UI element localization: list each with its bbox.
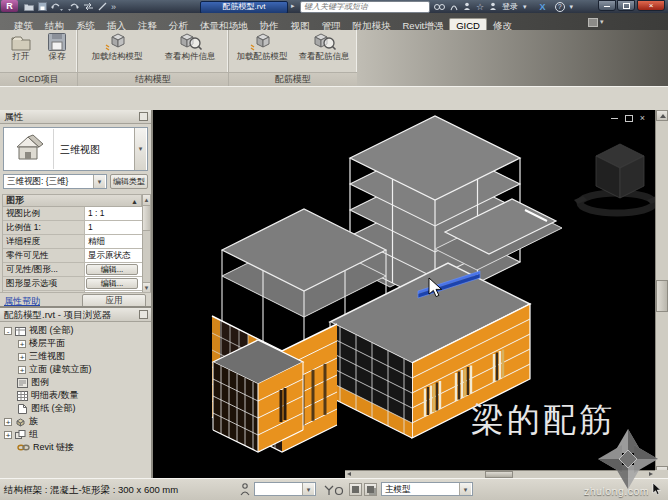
workset-dropdown-icon[interactable]: ▾ bbox=[302, 483, 314, 495]
scroll-left-icon[interactable] bbox=[347, 472, 351, 476]
tree-item-families[interactable]: +族 bbox=[0, 415, 92, 428]
properties-scrollbar[interactable]: ▲ ▼ bbox=[142, 194, 151, 294]
property-row[interactable]: 详细程度精细 bbox=[3, 235, 143, 249]
search-box[interactable] bbox=[300, 1, 430, 13]
design-options-dropdown-icon[interactable]: ▾ bbox=[459, 483, 471, 495]
exchange-apps-icon[interactable]: X bbox=[540, 2, 546, 12]
instance-combo-dropdown-icon[interactable]: ▾ bbox=[93, 175, 105, 188]
exclude-options-button[interactable] bbox=[349, 483, 362, 496]
view-restore-icon[interactable] bbox=[625, 115, 633, 122]
tree-item-views[interactable]: -视图 (全部) bbox=[0, 324, 92, 337]
options-bar bbox=[0, 86, 668, 112]
expand-toggle[interactable]: + bbox=[4, 431, 12, 439]
drawing-area[interactable]: 梁的配筋 × bbox=[153, 110, 655, 478]
property-value[interactable]: 显示原状态 bbox=[84, 249, 143, 262]
expand-toggle[interactable]: + bbox=[4, 418, 12, 426]
worksharing-icon[interactable] bbox=[240, 483, 251, 496]
ribbon-display-toggle[interactable]: ▾ bbox=[588, 17, 610, 27]
tree-item-elevations[interactable]: +立面 (建筑立面) bbox=[0, 363, 92, 376]
tree-item-sheets[interactable]: 图纸 (全部) bbox=[0, 402, 92, 415]
window-restore-button[interactable] bbox=[617, 0, 635, 11]
workset-combo[interactable]: ▾ bbox=[254, 482, 316, 496]
help-dropdown-icon[interactable]: ▾ bbox=[570, 3, 574, 11]
tree-item-legends[interactable]: 图例 bbox=[0, 376, 92, 389]
section-collapse-icon[interactable]: ▲ bbox=[131, 196, 138, 207]
type-dropdown-icon[interactable]: ▾ bbox=[134, 128, 146, 170]
view-close-icon[interactable]: × bbox=[640, 113, 645, 123]
property-row[interactable]: 比例值 1:1 bbox=[3, 221, 143, 235]
project-browser-header[interactable]: 配筋模型.rvt - 项目浏览器 bbox=[0, 308, 151, 322]
edit-visibility-button[interactable]: 编辑... bbox=[86, 264, 138, 275]
tree-item-3d-views[interactable]: +三维视图 bbox=[0, 350, 92, 363]
undo-icon[interactable] bbox=[51, 2, 63, 11]
edit-design-option-button[interactable] bbox=[364, 483, 377, 496]
expand-toggle[interactable]: + bbox=[18, 340, 26, 348]
open-icon[interactable] bbox=[24, 2, 34, 11]
help-icon[interactable]: ? bbox=[555, 2, 565, 12]
panel-label[interactable]: 配筋模型 bbox=[229, 72, 357, 86]
property-row[interactable]: 图形显示选项编辑... bbox=[3, 277, 143, 291]
subscription-icon[interactable] bbox=[450, 2, 458, 11]
vertical-scrollbar[interactable] bbox=[655, 110, 668, 478]
save-icon[interactable] bbox=[38, 2, 47, 11]
property-row[interactable]: 零件可见性显示原状态 bbox=[3, 249, 143, 263]
title-arrow-icon: ▸ bbox=[291, 2, 295, 10]
redo-icon[interactable] bbox=[67, 2, 79, 11]
panel-label[interactable]: GICD项目 bbox=[0, 72, 77, 86]
view-element-info-button[interactable]: 查看构件信息 bbox=[155, 31, 225, 61]
view-rebar-info-button[interactable]: 查看配筋信息 bbox=[293, 31, 355, 61]
tree-item-floor-plans[interactable]: +楼层平面 bbox=[0, 337, 92, 350]
expand-toggle[interactable]: + bbox=[18, 353, 26, 361]
save-button[interactable]: 保存 bbox=[40, 31, 74, 61]
search-input[interactable] bbox=[301, 3, 427, 11]
view-minimize-icon[interactable] bbox=[611, 118, 618, 119]
window-minimize-button[interactable] bbox=[598, 0, 616, 11]
scroll-up-icon[interactable]: ▲ bbox=[143, 195, 150, 206]
property-value[interactable]: 1 bbox=[84, 221, 143, 234]
editable-only-icon[interactable] bbox=[324, 484, 344, 496]
scroll-up-button[interactable] bbox=[656, 110, 668, 121]
viewcube[interactable] bbox=[574, 144, 655, 213]
palette-options-icon[interactable] bbox=[139, 310, 148, 319]
load-structure-model-button[interactable]: 加载结构模型 bbox=[82, 31, 152, 61]
properties-header[interactable]: 属性 bbox=[0, 110, 151, 124]
open-button[interactable]: 打开 bbox=[4, 31, 38, 61]
qat-overflow-icon[interactable]: » bbox=[111, 2, 116, 12]
property-row[interactable]: 可见性/图形...编辑... bbox=[3, 263, 143, 277]
favorites-star-icon[interactable]: ☆ bbox=[476, 2, 484, 12]
switch-windows-icon[interactable] bbox=[83, 2, 94, 11]
sign-in-button[interactable]: 登录 bbox=[502, 1, 518, 12]
instance-filter-combo[interactable]: 三维视图: {三维} ▾ bbox=[3, 174, 107, 189]
design-options-combo[interactable]: 主模型 ▾ bbox=[381, 482, 473, 496]
palette-options-icon[interactable] bbox=[139, 112, 148, 121]
section-graphics[interactable]: 图形 ▲ bbox=[2, 194, 142, 207]
search-binoculars-icon[interactable] bbox=[434, 3, 445, 11]
house-3d-icon bbox=[5, 129, 51, 167]
communication-icon[interactable] bbox=[463, 2, 471, 11]
property-row[interactable]: 视图比例1 : 1 bbox=[3, 207, 143, 221]
ribbon-toggle-icon bbox=[588, 18, 598, 27]
collapse-toggle[interactable]: - bbox=[4, 327, 12, 335]
panel-label[interactable]: 结构模型 bbox=[78, 72, 228, 86]
vertical-scroll-thumb[interactable] bbox=[656, 280, 668, 312]
window-close-button[interactable]: × bbox=[637, 0, 665, 11]
type-selector[interactable]: 三维视图 ▾ bbox=[3, 127, 148, 171]
tree-item-groups[interactable]: +组 bbox=[0, 428, 92, 441]
tree-item-revit-links[interactable]: Revit 链接 bbox=[0, 441, 92, 454]
user-icon[interactable] bbox=[489, 2, 497, 11]
status-bar: 结构框架 : 混凝土-矩形梁 : 300 x 600 mm ▾ 主模型 ▾ bbox=[0, 478, 668, 500]
revit-app-menu-icon[interactable]: R bbox=[1, 0, 18, 12]
tree-item-schedules[interactable]: 明细表/数量 bbox=[0, 389, 92, 402]
edit-display-options-button[interactable]: 编辑... bbox=[86, 278, 138, 289]
expand-toggle[interactable]: + bbox=[18, 366, 26, 374]
watermark-text: zhulong.com bbox=[584, 485, 649, 497]
scroll-thumb[interactable] bbox=[143, 206, 150, 231]
measure-icon[interactable] bbox=[98, 2, 107, 11]
property-value[interactable]: 1 : 1 bbox=[84, 207, 143, 220]
signin-dropdown-icon[interactable]: ▾ bbox=[523, 3, 527, 11]
load-rebar-model-button[interactable]: 加载配筋模型 bbox=[231, 31, 293, 61]
property-value[interactable]: 精细 bbox=[84, 235, 143, 248]
horizontal-scroll-thumb[interactable] bbox=[485, 471, 513, 478]
properties-rows: 视图比例1 : 1 比例值 1:1 详细程度精细 零件可见性显示原状态 可见性/… bbox=[2, 207, 143, 294]
edit-type-button[interactable]: 编辑类型 bbox=[110, 174, 148, 189]
